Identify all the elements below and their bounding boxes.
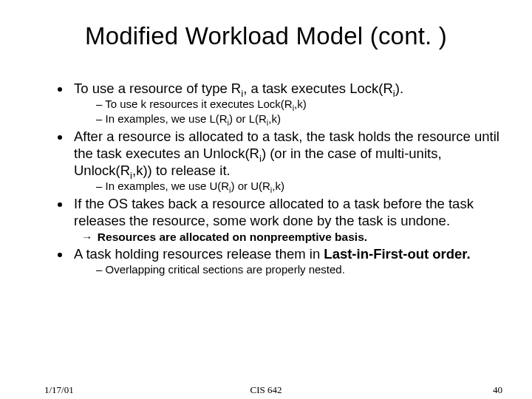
text: ,k)) to release it.	[132, 163, 231, 178]
text: ).	[395, 81, 403, 96]
text: In examples, we use U(R	[106, 180, 230, 192]
text: Resources are allocated on nonpreemptive…	[98, 231, 367, 243]
footer-page-number: 40	[493, 384, 502, 396]
footer-course: CIS 642	[0, 384, 532, 396]
bullet-4: A task holding resources release them in…	[71, 245, 502, 277]
bullet-3: If the OS takes back a resource allocate…	[71, 195, 502, 229]
sub-list: In examples, we use U(Ri) or U(Ri,k)	[74, 180, 502, 194]
text: A task holding resources release them in	[74, 246, 324, 262]
text: If the OS takes back a resource allocate…	[74, 196, 474, 228]
sub-bullet: Overlapping critical sections are proper…	[96, 263, 502, 277]
page-title: Modified Workload Model (cont. )	[30, 22, 502, 50]
sub-bullet: In examples, we use L(Ri) or L(Ri,k)	[96, 112, 502, 126]
text: In examples, we use L(R	[106, 112, 228, 125]
sub-bullet: In examples, we use U(Ri) or U(Ri,k)	[96, 180, 502, 194]
sub-list: Overlapping critical sections are proper…	[74, 263, 502, 277]
text: ,k)	[272, 180, 284, 192]
bullet-list: To use a resource of type Ri, a task exe…	[30, 80, 502, 229]
bullet-list: A task holding resources release them in…	[30, 245, 502, 277]
text: ,k)	[294, 98, 307, 110]
sub-bullet: To use k resources it executes Lock(Ri,k…	[96, 98, 502, 112]
text: To use a resource of type R	[74, 81, 241, 96]
bullet-2: After a resource is allocated to a task,…	[71, 128, 502, 194]
slide: Modified Workload Model (cont. ) To use …	[0, 0, 532, 399]
text: , a task executes Lock(R	[243, 81, 393, 96]
text: ,k)	[268, 112, 281, 125]
bullet-1: To use a resource of type Ri, a task exe…	[71, 80, 502, 126]
text: ) or L(R	[229, 112, 267, 125]
text: ) or U(R	[231, 180, 270, 192]
text-bold: Last-in-First-out order.	[324, 246, 470, 262]
sub-list: To use k resources it executes Lock(Ri,k…	[74, 98, 502, 126]
arrow-conclusion: Resources are allocated on nonpreemptive…	[30, 231, 502, 244]
text: Overlapping critical sections are proper…	[106, 263, 345, 276]
text: To use k resources it executes Lock(R	[105, 98, 292, 110]
